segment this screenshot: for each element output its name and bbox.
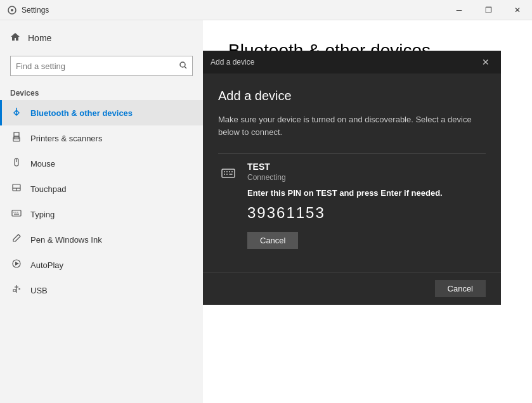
device-info: TEST Connecting Enter this PIN on TEST a… bbox=[247, 162, 486, 249]
touchpad-icon bbox=[10, 182, 23, 195]
bluetooth-icon bbox=[10, 106, 23, 119]
search-input[interactable] bbox=[11, 61, 174, 71]
add-device-modal: Add a device ✕ Add a device Make sure yo… bbox=[203, 51, 501, 305]
svg-rect-5 bbox=[14, 132, 19, 136]
modal-footer-cancel-button[interactable]: Cancel bbox=[435, 280, 486, 297]
sidebar-item-touchpad[interactable]: Touchpad bbox=[0, 176, 203, 202]
search-box bbox=[10, 56, 193, 76]
modal-description: Make sure your device is turned on and d… bbox=[218, 113, 486, 138]
svg-line-3 bbox=[185, 67, 186, 68]
content-area: Home Devices bbox=[0, 20, 532, 403]
home-label: Home bbox=[28, 33, 51, 43]
pin-prompt-after: and press Enter if needed. bbox=[337, 188, 443, 198]
sidebar-item-pen[interactable]: Pen & Windows Ink bbox=[0, 227, 203, 252]
modal-overlay: Add a device ✕ Add a device Make sure yo… bbox=[203, 20, 532, 403]
main-content: Bluetooth & other devices + Add Bluetoot… bbox=[203, 20, 532, 403]
close-button[interactable]: ✕ bbox=[503, 0, 532, 20]
sidebar-item-usb-label: USB bbox=[30, 286, 48, 295]
pin-prompt-device: TEST bbox=[316, 188, 337, 198]
device-keyboard-icon bbox=[218, 163, 238, 183]
title-bar-left: Settings bbox=[8, 6, 49, 15]
sidebar-item-autoplay-label: AutoPlay bbox=[30, 260, 63, 270]
svg-point-23 bbox=[19, 288, 20, 290]
modal-heading: Add a device bbox=[218, 89, 486, 103]
home-icon bbox=[10, 32, 20, 44]
device-cancel-button[interactable]: Cancel bbox=[247, 232, 298, 249]
sidebar-item-bluetooth-label: Bluetooth & other devices bbox=[30, 108, 133, 118]
sidebar-item-mouse[interactable]: Mouse bbox=[0, 151, 203, 176]
modal-title-bar-text: Add a device bbox=[211, 58, 254, 67]
sidebar-item-pen-label: Pen & Windows Ink bbox=[30, 235, 102, 245]
svg-marker-18 bbox=[15, 262, 19, 265]
sidebar-item-touchpad-label: Touchpad bbox=[30, 184, 66, 194]
sidebar-item-printers-label: Printers & scanners bbox=[30, 134, 102, 143]
usb-icon bbox=[10, 284, 23, 297]
modal-body: Add a device Make sure your device is tu… bbox=[203, 74, 501, 272]
printer-icon bbox=[10, 132, 23, 144]
devices-section-label: Devices bbox=[0, 81, 203, 100]
modal-close-button[interactable]: ✕ bbox=[478, 56, 493, 68]
sidebar-item-printers[interactable]: Printers & scanners bbox=[0, 125, 203, 151]
typing-icon bbox=[10, 208, 23, 221]
sidebar-item-mouse-label: Mouse bbox=[30, 159, 55, 169]
maximize-button[interactable]: ❐ bbox=[474, 0, 503, 20]
svg-rect-21 bbox=[13, 290, 16, 291]
modal-footer: Cancel bbox=[203, 272, 501, 305]
device-status: Connecting bbox=[247, 173, 486, 182]
window-title: Settings bbox=[22, 6, 49, 15]
search-icon bbox=[174, 61, 192, 71]
svg-point-1 bbox=[11, 9, 13, 11]
autoplay-icon bbox=[10, 259, 23, 271]
svg-rect-24 bbox=[222, 169, 235, 177]
svg-point-2 bbox=[180, 62, 185, 67]
device-entry[interactable]: TEST Connecting Enter this PIN on TEST a… bbox=[218, 153, 486, 257]
pin-prompt: Enter this PIN on TEST and press Enter i… bbox=[247, 188, 486, 198]
sidebar-item-bluetooth[interactable]: Bluetooth & other devices bbox=[0, 100, 203, 125]
sidebar-home[interactable]: Home bbox=[0, 25, 203, 51]
modal-title-bar: Add a device ✕ bbox=[203, 51, 501, 74]
sidebar-item-typing-label: Typing bbox=[30, 210, 55, 219]
title-bar: Settings ─ ❐ ✕ bbox=[0, 0, 532, 20]
minimize-button[interactable]: ─ bbox=[444, 0, 474, 20]
settings-icon bbox=[8, 6, 16, 15]
sidebar-item-autoplay[interactable]: AutoPlay bbox=[0, 252, 203, 278]
mouse-icon bbox=[10, 157, 23, 170]
pin-code: 39361153 bbox=[247, 204, 486, 222]
settings-window: Settings ─ ❐ ✕ Home bbox=[0, 0, 532, 403]
pin-prompt-before: Enter this PIN on bbox=[247, 188, 316, 198]
svg-rect-12 bbox=[12, 210, 21, 216]
title-bar-controls: ─ ❐ ✕ bbox=[444, 0, 532, 20]
device-name: TEST bbox=[247, 162, 486, 172]
sidebar-item-usb[interactable]: USB bbox=[0, 278, 203, 303]
sidebar-item-typing[interactable]: Typing bbox=[0, 202, 203, 227]
pen-icon bbox=[10, 233, 23, 246]
sidebar: Home Devices bbox=[0, 20, 203, 403]
